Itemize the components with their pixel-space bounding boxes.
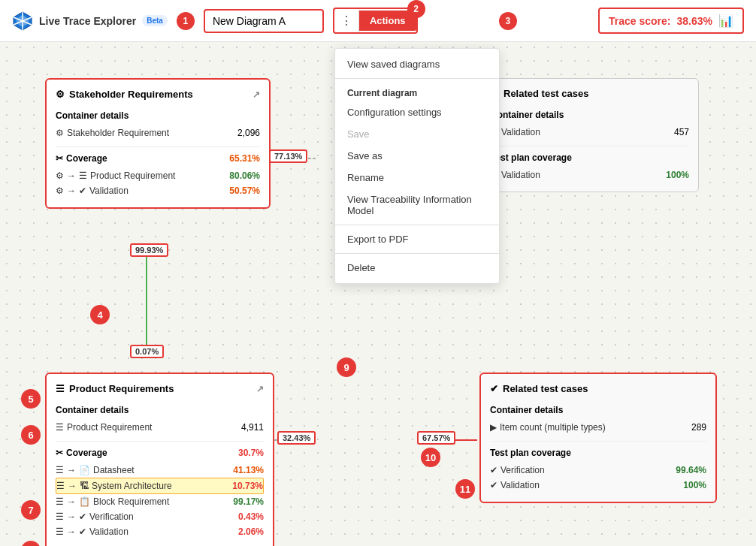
pcov2-icon: ☰ bbox=[56, 481, 65, 491]
header: Live Trace Explorer Beta 1 2 ⋮ Actions V… bbox=[0, 0, 756, 42]
pcov4-pct: 0.43% bbox=[238, 511, 264, 522]
menu-item-delete[interactable]: Delete bbox=[335, 257, 499, 279]
actions-dropdown: View saved diagrams Current diagram Conf… bbox=[334, 48, 500, 284]
coverage-row-2: ⚙ → ✔ Validation 50.57% bbox=[56, 183, 260, 198]
product-cov-row-4: ☰ → ✔ Verification 0.43% bbox=[56, 509, 264, 524]
num-badge-8: 8 bbox=[21, 541, 41, 546]
test-plan-row-1-bottom: ✔ Verification 99.64% bbox=[490, 463, 706, 478]
container-details-label-bottom: Container details bbox=[490, 405, 706, 415]
num-badge-5: 5 bbox=[21, 389, 41, 409]
app-logo-icon bbox=[12, 11, 33, 32]
menu-item-config[interactable]: Configuration settings bbox=[335, 101, 499, 123]
ext-link-product[interactable]: ↗ bbox=[256, 384, 264, 394]
coverage-pct-product: 30.7% bbox=[238, 448, 264, 458]
test-plan-label-top: Test plan coverage bbox=[491, 152, 689, 163]
pcov3-pct: 99.17% bbox=[233, 496, 264, 507]
validation-label-top: Validation bbox=[501, 127, 540, 137]
cov1-icon1: ⚙ bbox=[56, 170, 64, 181]
cov2-icon1: ⚙ bbox=[56, 186, 64, 196]
pcov2-pct: 10.73% bbox=[232, 481, 263, 491]
stakeholder-req-value: 2,096 bbox=[237, 128, 260, 138]
product-req-icon: ☰ bbox=[56, 422, 64, 433]
menu-item-export-pdf[interactable]: Export to PDF bbox=[335, 228, 499, 250]
card-title-related-top: ✔ Related test cases bbox=[491, 88, 689, 102]
coverage-icon-product: ✂ bbox=[56, 448, 63, 458]
related-bottom-row-1: ▶ Item count (multiple types) 289 bbox=[490, 420, 706, 435]
num-badge-6: 6 bbox=[21, 425, 41, 445]
test-plan-row-1-top: ✔ Validation 100% bbox=[491, 167, 689, 183]
logo-area: Live Trace Explorer Beta bbox=[12, 11, 168, 32]
cov1-icon2: ☰ bbox=[79, 170, 87, 181]
num-badge-9: 9 bbox=[337, 357, 356, 377]
coverage-row-1: ⚙ → ☰ Product Requirement 80.06% bbox=[56, 168, 260, 183]
product-req-label: Product Requirement bbox=[67, 422, 152, 433]
stakeholder-req-icon: ⚙ bbox=[56, 128, 64, 138]
arrow-pcov3: → bbox=[67, 496, 76, 507]
trace-score-display: Trace score: 38.63% 📊 bbox=[598, 8, 744, 34]
related-bottom-icon: ✔ bbox=[490, 383, 498, 394]
num-badge-7: 7 bbox=[21, 500, 41, 520]
stakeholder-icon: ⚙ bbox=[56, 89, 65, 100]
product-cov-row-1: ☰ → 📄 Datasheet 41.13% bbox=[56, 463, 264, 478]
container-details-label-top: Container details bbox=[491, 110, 689, 120]
card-title-stakeholder: ⚙ Stakeholder Requirements ↗ bbox=[56, 89, 260, 103]
valid-icon-prod: ✔ bbox=[79, 526, 86, 537]
connector-label-product-right: 67.57% bbox=[417, 431, 455, 445]
menu-item-view-traceability[interactable]: View Traceability Information Model bbox=[335, 189, 499, 222]
menu-section-current: Current diagram bbox=[335, 82, 499, 101]
multi-icon: ▶ bbox=[490, 422, 497, 433]
step-badge-3: 3 bbox=[499, 12, 517, 30]
actions-dots-button[interactable]: ⋮ bbox=[334, 9, 359, 32]
trace-score-label: Trace score: bbox=[609, 15, 671, 27]
arrow-pcov4: → bbox=[67, 511, 76, 522]
tp-icon-bottom-2: ✔ bbox=[490, 480, 497, 490]
tp-pct-bottom-1: 99.64% bbox=[676, 465, 706, 475]
num-badge-4: 4 bbox=[90, 305, 110, 324]
menu-item-rename[interactable]: Rename bbox=[335, 167, 499, 189]
multi-label: Item count (multiple types) bbox=[500, 422, 606, 433]
stakeholder-row-1: ⚙ Stakeholder Requirement 2,096 bbox=[56, 125, 260, 140]
product-cov-row-3: ☰ → 📋 Block Requirement 99.17% bbox=[56, 494, 264, 509]
actions-area: 2 ⋮ Actions View saved diagrams Current … bbox=[333, 8, 418, 34]
related-test-cases-top-card: ✔ Related test cases Container details ✔… bbox=[481, 78, 699, 192]
coverage-label-product: ✂ Coverage 30.7% bbox=[56, 448, 264, 458]
score-chart-icon: 📊 bbox=[718, 14, 733, 28]
actions-button[interactable]: Actions bbox=[359, 11, 416, 31]
cov1-label: Product Requirement bbox=[90, 170, 175, 181]
menu-item-save: Save bbox=[335, 123, 499, 145]
menu-item-view-saved[interactable]: View saved diagrams bbox=[335, 53, 499, 75]
connector-label-product-left: 32.43% bbox=[277, 431, 316, 445]
stakeholder-req-label: Stakeholder Requirement bbox=[67, 128, 169, 138]
tp-pct-bottom-2: 100% bbox=[683, 480, 706, 490]
validation-value-top: 457 bbox=[674, 127, 689, 137]
step-badge-2: 2 bbox=[407, 0, 425, 18]
block-icon: 📋 bbox=[79, 496, 90, 507]
product-req-value: 4,911 bbox=[241, 422, 264, 433]
num-badge-10: 10 bbox=[421, 448, 440, 467]
menu-item-save-as[interactable]: Save as bbox=[335, 145, 499, 167]
pcov4-icon: ☰ bbox=[56, 511, 64, 522]
tp-label-bottom-1: Verification bbox=[500, 465, 545, 475]
arrow-pcov1: → bbox=[67, 465, 76, 475]
product-row-1: ☰ Product Requirement 4,911 bbox=[56, 420, 264, 435]
product-cov-row-2: ☰ → 🏗 System Architecture 10.73% bbox=[56, 478, 264, 494]
coverage-pct-1: 65.31% bbox=[229, 153, 260, 164]
pcov1-pct: 41.13% bbox=[233, 465, 264, 475]
product-cov-row-5: ☰ → ✔ Validation 2.06% bbox=[56, 524, 264, 539]
tp-label-bottom-2: Validation bbox=[500, 480, 540, 490]
diagram-name-input[interactable] bbox=[204, 9, 324, 33]
arrow-icon-2: → bbox=[67, 186, 76, 196]
related-top-row-1: ✔ Validation 457 bbox=[491, 125, 689, 140]
connector-label-top-vert: 99.93% bbox=[130, 243, 168, 257]
datasheet-icon: 📄 bbox=[79, 465, 90, 475]
step-badge-1: 1 bbox=[177, 12, 195, 30]
arrow-pcov2: → bbox=[68, 481, 77, 491]
arrow-pcov5: → bbox=[67, 526, 76, 537]
card-title-related-bottom: ✔ Related test cases bbox=[490, 383, 706, 397]
coverage-icon-1: ✂ bbox=[56, 153, 63, 164]
arch-icon: 🏗 bbox=[80, 481, 89, 491]
container-details-label-product: Container details bbox=[56, 405, 264, 415]
ext-link-icon[interactable]: ↗ bbox=[253, 89, 260, 100]
connector-label-bottom-vert: 0.07% bbox=[130, 345, 164, 358]
cov2-pct: 50.57% bbox=[229, 186, 260, 196]
